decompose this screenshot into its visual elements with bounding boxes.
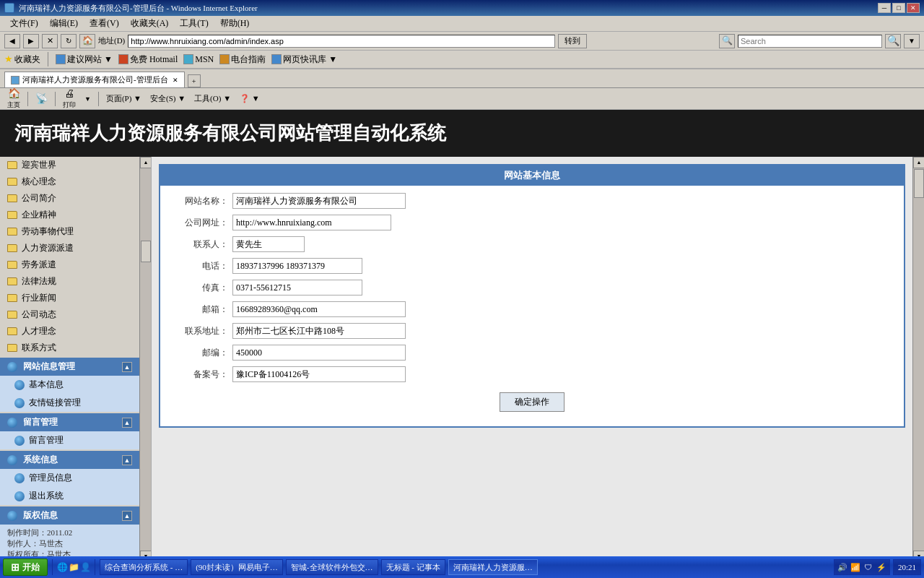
taskbar-btn-3[interactable]: 智城-全球软件外包交… [286, 559, 378, 575]
scroll-thumb[interactable] [141, 241, 151, 262]
sidebar-item-dispatch[interactable]: 劳务派遣 [0, 256, 139, 273]
news-icon [271, 54, 282, 64]
sidebar-item-welcome[interactable]: 迎宾世界 [0, 157, 139, 173]
sidebar-links-mgmt[interactable]: 友情链接管理 [0, 394, 139, 412]
sidebar-item-labor[interactable]: 劳动事物代理 [0, 223, 139, 240]
sidebar-admin-info[interactable]: 管理员信息 [0, 469, 139, 487]
quicklaunch-user[interactable]: 👤 [80, 562, 90, 572]
sidebar-item-spirit[interactable]: 企业精神 [0, 207, 139, 223]
section-message[interactable]: 留言管理 ▲ [0, 413, 139, 431]
confirm-button[interactable]: 确定操作 [500, 392, 565, 412]
search-options-btn[interactable]: ▼ [904, 34, 920, 48]
clock[interactable]: 20:21 [893, 559, 921, 575]
sidebar-basic-info[interactable]: 基本信息 [0, 376, 139, 394]
page-icon-btn[interactable]: 页面(P) ▼ [103, 90, 144, 108]
label-address: 联系地址： [175, 325, 232, 337]
news-label: 网页快讯库 ▼ [283, 53, 337, 66]
tray-icon-3[interactable]: 🛡 [863, 562, 873, 572]
section-system[interactable]: 系统信息 ▲ [0, 451, 139, 469]
address-input[interactable] [128, 35, 555, 48]
search-go-btn[interactable]: 🔍 [885, 34, 901, 48]
input-name[interactable] [232, 193, 406, 209]
active-tab[interactable]: 河南瑞祥人力资源服务有限公司-管理后台 ✕ [4, 72, 185, 87]
start-button[interactable]: ⊞ 开始 [3, 558, 48, 576]
hotmail-btn[interactable]: 免费 Hotmail [118, 53, 178, 66]
tools-icon-btn[interactable]: 工具(O) ▼ [191, 90, 234, 108]
sidebar-content: 迎宾世界 核心理念 公司简介 企业精神 劳动事物代理 [0, 157, 151, 562]
suggest-sites-btn[interactable]: 建议网站 ▼ [56, 53, 113, 66]
tray-icon-2[interactable]: 📶 [850, 562, 860, 572]
menu-tools[interactable]: 工具(T) [174, 16, 214, 31]
forward-button[interactable]: ▶ [23, 34, 39, 48]
input-url[interactable] [232, 215, 391, 230]
search-icon-btn[interactable]: 🔍 [719, 34, 735, 48]
favorites-btn[interactable]: ★ 收藏夹 [4, 53, 40, 66]
section-title-website: 网站信息管理 [23, 361, 75, 373]
news-btn[interactable]: 网页快讯库 ▼ [271, 53, 337, 66]
input-email[interactable] [232, 301, 406, 317]
sidebar-item-talent[interactable]: 人才理念 [0, 323, 139, 340]
menu-favorites[interactable]: 收藏夹(A) [125, 16, 175, 31]
collapse-message-btn[interactable]: ▲ [122, 418, 132, 428]
minimize-button[interactable]: ─ [878, 3, 891, 13]
taskbar-btn-2[interactable]: (90封未读）网易电子… [191, 559, 283, 575]
home-button[interactable]: 🏠 [79, 34, 95, 48]
input-zip[interactable] [232, 345, 406, 361]
collapse-system-btn[interactable]: ▲ [122, 455, 132, 465]
radio-btn[interactable]: 电台指南 [219, 53, 266, 66]
print-icon-btn[interactable]: 🖨 打印 [60, 90, 79, 108]
sidebar-item-news[interactable]: 行业新闻 [0, 290, 139, 306]
menu-edit[interactable]: 编辑(E) [44, 16, 84, 31]
restore-button[interactable]: □ [892, 3, 905, 13]
content-scroll-up[interactable]: ▲ [913, 157, 924, 168]
sidebar-message-mgmt[interactable]: 留言管理 [0, 431, 139, 449]
scroll-up-btn[interactable]: ▲ [140, 157, 152, 168]
sidebar-item-core[interactable]: 核心理念 [0, 173, 139, 190]
sidebar-item-hr[interactable]: 人力资源派遣 [0, 240, 139, 256]
help-icon-btn[interactable]: ❓ ▼ [237, 90, 263, 108]
menu-help[interactable]: 帮助(H) [214, 16, 256, 31]
tray-icon-4[interactable]: ⚡ [876, 562, 886, 572]
collapse-website-btn[interactable]: ▲ [122, 362, 132, 372]
menu-file[interactable]: 文件(F) [4, 16, 44, 31]
rss-icon-btn[interactable]: 📡 [32, 90, 51, 108]
sidebar-item-contact[interactable]: 联系方式 [0, 340, 139, 356]
taskbar-btn-label-4: 无标题 - 记事本 [386, 562, 440, 573]
ie-icon [4, 3, 14, 13]
content-scroll-thumb[interactable] [914, 169, 924, 198]
quicklaunch-explorer[interactable]: 📁 [69, 562, 79, 572]
section-website-info[interactable]: 网站信息管理 ▲ [0, 358, 139, 376]
back-button[interactable]: ◀ [4, 34, 20, 48]
menu-view[interactable]: 查看(V) [84, 16, 125, 31]
address-go-button[interactable]: 转到 [558, 34, 587, 48]
msn-btn[interactable]: MSN [183, 54, 214, 65]
new-tab-btn[interactable]: + [188, 74, 201, 87]
collapse-copyright-btn[interactable]: ▲ [122, 511, 132, 521]
tab-close-icon[interactable]: ✕ [173, 77, 178, 84]
taskbar-btn-4[interactable]: 无标题 - 记事本 [381, 559, 445, 575]
input-phone[interactable] [232, 258, 362, 274]
security-icon-btn[interactable]: 安全(S) ▼ [147, 90, 188, 108]
search-input[interactable] [738, 35, 882, 48]
sidebar-item-law[interactable]: 法律法规 [0, 273, 139, 290]
tray-icon-1[interactable]: 🔊 [837, 562, 847, 572]
sidebar-logout[interactable]: 退出系统 [0, 487, 139, 505]
sidebar-item-company[interactable]: 公司简介 [0, 190, 139, 207]
input-contact[interactable] [232, 236, 305, 252]
windows-icon: ⊞ [11, 561, 19, 573]
input-icp[interactable] [232, 366, 406, 382]
taskbar-btn-1[interactable]: 综合查询分析系统 - … [100, 559, 188, 575]
taskbar-btn-5[interactable]: 河南瑞祥人力资源服… [448, 559, 538, 575]
input-address[interactable] [232, 323, 406, 339]
stop-button[interactable]: ✕ [42, 34, 58, 48]
sidebar-item-company-news[interactable]: 公司动态 [0, 306, 139, 323]
section-copyright[interactable]: 版权信息 ▲ [0, 506, 139, 525]
input-fax[interactable] [232, 280, 362, 296]
tab-label: 河南瑞祥人力资源服务有限公司-管理后台 [22, 74, 168, 85]
refresh-button[interactable]: ↻ [61, 34, 77, 48]
section-title-system: 系统信息 [23, 454, 58, 466]
close-button[interactable]: ✕ [907, 3, 920, 13]
print-dropdown-btn[interactable]: ▼ [82, 90, 94, 108]
home-icon-btn[interactable]: 🏠 主页 [4, 90, 23, 108]
quicklaunch-ie[interactable]: 🌐 [57, 562, 67, 572]
